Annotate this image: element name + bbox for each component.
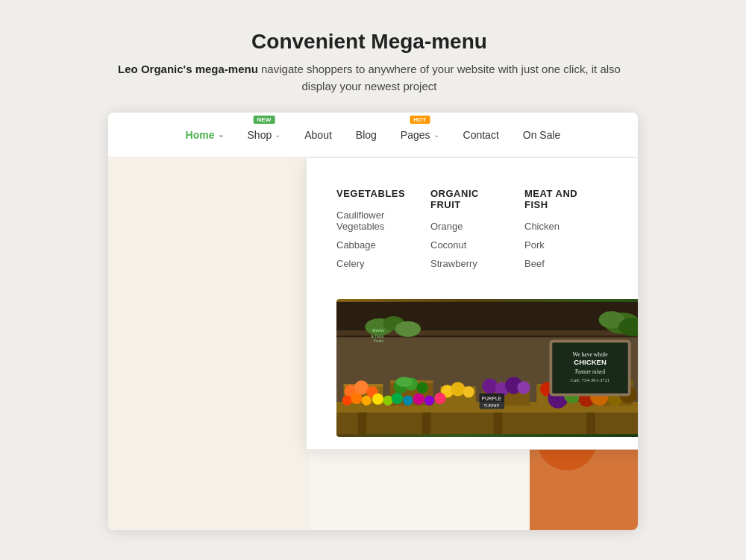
- svg-point-35: [451, 382, 465, 396]
- nav-label-shop: Shop: [248, 129, 272, 141]
- svg-text:& fresh: & fresh: [371, 334, 383, 339]
- left-bg: [108, 157, 310, 530]
- nav-label-contact: Contact: [463, 129, 499, 141]
- svg-rect-14: [358, 412, 366, 434]
- market-scene-svg: Herbs & fresh Fruits: [336, 299, 638, 437]
- svg-point-40: [517, 381, 530, 394]
- subtitle-bold: Leo Organic's mega-menu: [118, 63, 258, 75]
- nav-item-shop[interactable]: NEW Shop ⌄: [248, 129, 281, 141]
- menu-item-orange[interactable]: Orange: [430, 221, 510, 232]
- svg-text:Pasture raised: Pasture raised: [575, 369, 605, 375]
- nav-item-contact[interactable]: Contact: [463, 129, 499, 141]
- svg-text:PURPLE: PURPLE: [481, 396, 501, 401]
- mega-menu-col-meat: MEAT AND FISH Chicken Pork Beef: [524, 188, 618, 277]
- svg-rect-15: [422, 412, 430, 434]
- svg-text:TURNIP: TURNIP: [483, 403, 500, 408]
- svg-point-32: [416, 382, 427, 393]
- svg-point-50: [403, 395, 413, 405]
- svg-text:Fruits: Fruits: [374, 339, 384, 343]
- svg-text:Call: 734-391-3721: Call: 734-391-3721: [571, 377, 610, 383]
- svg-point-47: [372, 394, 383, 405]
- svg-point-51: [413, 394, 424, 405]
- nav-label-pages: Pages: [401, 129, 430, 141]
- svg-point-48: [383, 395, 392, 405]
- subtitle-rest: navigate shoppers to anywhere of your we…: [261, 63, 621, 92]
- svg-point-46: [362, 395, 372, 405]
- svg-point-33: [396, 377, 413, 386]
- chevron-icon-shop: ⌄: [275, 130, 280, 139]
- nav-item-about[interactable]: About: [304, 129, 332, 141]
- nav-item-onsale[interactable]: On Sale: [523, 129, 561, 141]
- browser-frame: Home ⌄ NEW Shop ⌄ About Blog HOT Pages: [108, 113, 638, 530]
- page-wrapper: Convenient Mega-menu Leo Organic's mega-…: [108, 30, 638, 530]
- col-title-meat: MEAT AND FISH: [524, 188, 604, 210]
- chevron-icon-home: ⌄: [218, 130, 224, 139]
- nav-item-pages[interactable]: HOT Pages ⌄: [401, 129, 439, 141]
- svg-rect-16: [494, 412, 502, 434]
- nav-item-blog[interactable]: Blog: [356, 129, 377, 141]
- nav-bar: Home ⌄ NEW Shop ⌄ About Blog HOT Pages: [108, 113, 638, 157]
- nav-items: Home ⌄ NEW Shop ⌄ About Blog HOT Pages: [186, 129, 561, 141]
- svg-text:We have whole: We have whole: [573, 351, 609, 358]
- menu-item-coconut[interactable]: Coconut: [430, 239, 510, 251]
- menu-item-beef[interactable]: Beef: [524, 258, 604, 269]
- svg-rect-17: [586, 412, 595, 434]
- badge-hot: HOT: [410, 116, 430, 124]
- nav-label-onsale: On Sale: [523, 129, 561, 141]
- mega-menu-col-fruit: ORGANIC FRUIT Orange Coconut Strawberry: [430, 188, 524, 277]
- svg-text:CHICKEN: CHICKEN: [574, 358, 606, 366]
- mega-menu-col-vegetables: VEGETABLES Cauliflower Vegetables Cabbag…: [336, 188, 430, 277]
- mega-menu-columns: VEGETABLES Cauliflower Vegetables Cabbag…: [325, 173, 630, 284]
- badge-new: NEW: [254, 116, 275, 124]
- menu-item-celery[interactable]: Celery: [336, 258, 416, 269]
- content-area: VEGETABLES Cauliflower Vegetables Cabbag…: [108, 157, 638, 530]
- col-title-fruit: ORGANIC FRUIT: [430, 188, 510, 210]
- menu-item-chicken[interactable]: Chicken: [524, 221, 604, 232]
- market-image: Herbs & fresh Fruits: [336, 299, 638, 437]
- svg-point-44: [342, 395, 352, 405]
- nav-label-home: Home: [186, 129, 215, 141]
- page-subtitle: Leo Organic's mega-menu navigate shopper…: [108, 61, 630, 95]
- menu-item-cabbage[interactable]: Cabbage: [336, 239, 416, 251]
- chevron-icon-pages: ⌄: [433, 130, 439, 139]
- nav-label-about: About: [304, 129, 332, 141]
- page-title: Convenient Mega-menu: [108, 30, 630, 54]
- menu-item-cauliflower[interactable]: Cauliflower Vegetables: [336, 210, 416, 232]
- svg-point-36: [463, 386, 474, 397]
- svg-point-53: [434, 393, 445, 404]
- mega-menu-dropdown: VEGETABLES Cauliflower Vegetables Cabbag…: [306, 157, 638, 450]
- svg-point-8: [395, 321, 421, 337]
- svg-point-37: [482, 378, 498, 394]
- svg-point-45: [351, 393, 362, 404]
- svg-text:Herbs: Herbs: [372, 327, 384, 333]
- page-header: Convenient Mega-menu Leo Organic's mega-…: [108, 30, 630, 95]
- nav-label-blog: Blog: [356, 129, 377, 141]
- nav-item-home[interactable]: Home ⌄: [186, 129, 224, 141]
- svg-point-52: [424, 395, 434, 405]
- menu-item-strawberry[interactable]: Strawberry: [430, 258, 510, 269]
- menu-item-pork[interactable]: Pork: [524, 239, 604, 251]
- svg-point-49: [392, 393, 403, 404]
- svg-rect-60: [551, 342, 629, 395]
- col-title-vegetables: VEGETABLES: [336, 188, 416, 199]
